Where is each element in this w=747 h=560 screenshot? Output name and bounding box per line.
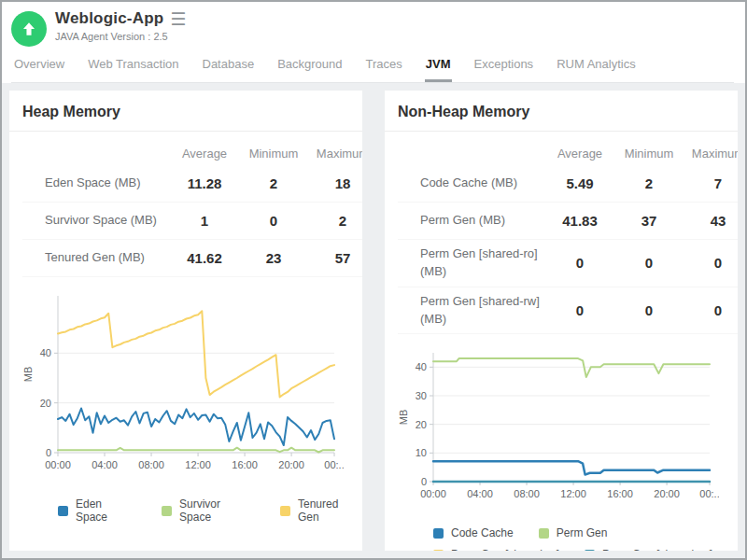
svg-text:0: 0 <box>421 476 427 487</box>
svg-text:20: 20 <box>416 419 427 430</box>
metric-value: 43 <box>684 213 738 229</box>
metric-value: 57 <box>308 250 362 266</box>
metric-label: Code Cache (MB) <box>398 169 545 198</box>
column-header: Minimum <box>239 147 308 161</box>
svg-text:16:00: 16:00 <box>232 459 258 470</box>
metric-value: 37 <box>614 213 684 229</box>
tab-web-transaction[interactable]: Web Transaction <box>87 55 179 82</box>
legend-item-perm-gen[interactable]: Perm Gen <box>539 526 608 539</box>
svg-text:04:00: 04:00 <box>92 459 118 470</box>
app-header: Weblogic-App ☰ JAVA Agent Version : 2.5 … <box>2 2 745 83</box>
tab-traces[interactable]: Traces <box>365 55 403 82</box>
legend-swatch-icon <box>433 550 444 551</box>
table-row: Perm Gen [shared-ro] (MB)000 <box>398 240 738 287</box>
svg-text:40: 40 <box>40 347 51 358</box>
legend-label: Eden Space <box>76 497 136 524</box>
svg-text:00:..: 00:.. <box>699 488 719 499</box>
svg-text:08:00: 08:00 <box>514 488 540 499</box>
legend-swatch-icon <box>539 528 549 539</box>
svg-text:00:..: 00:.. <box>324 459 344 470</box>
legend-swatch-icon <box>585 550 595 551</box>
svg-text:00:00: 00:00 <box>45 459 71 470</box>
tab-jvm[interactable]: JVM <box>425 55 452 82</box>
table-header-row: AverageMinimumMaximum <box>22 135 362 165</box>
legend-label: Tenured Gen <box>298 497 362 524</box>
svg-text:20:00: 20:00 <box>654 488 680 499</box>
non-heap-memory-chart[interactable]: 01020304000:0004:0008:0012:0016:0020:000… <box>398 345 719 506</box>
non-heap-memory-table: AverageMinimumMaximumCode Cache (MB)5.49… <box>398 135 738 334</box>
app-window: Weblogic-App ☰ JAVA Agent Version : 2.5 … <box>0 0 747 560</box>
metric-label: Perm Gen [shared-rw] (MB) <box>398 287 545 334</box>
non-heap-memory-chart-wrap: 01020304000:0004:0008:0012:0016:0020:000… <box>398 345 738 510</box>
tab-exceptions[interactable]: Exceptions <box>473 55 535 82</box>
non-heap-memory-legend: Code CachePerm GenPerm Gen [shared-ro]Pe… <box>433 526 738 551</box>
legend-swatch-icon <box>280 506 290 516</box>
svg-text:30: 30 <box>416 390 427 401</box>
legend-item-tenured-gen[interactable]: Tenured Gen <box>280 497 362 524</box>
tab-database[interactable]: Database <box>202 55 256 82</box>
svg-text:08:00: 08:00 <box>138 459 164 470</box>
page-title: Weblogic-App <box>55 9 163 28</box>
panel-title-heap: Heap Memory <box>9 102 362 132</box>
agent-version-label: JAVA Agent Version : 2.5 <box>55 31 186 42</box>
metric-value: 0 <box>614 255 684 271</box>
svg-text:0: 0 <box>46 447 51 458</box>
metric-value: 2 <box>239 175 308 191</box>
legend-label: Perm Gen [shared-rw] <box>602 548 712 551</box>
legend-row: Eden SpaceSurvivor SpaceTenured Gen <box>58 497 362 524</box>
metric-value: 41.83 <box>545 213 614 229</box>
table-row: Eden Space (MB)11.28218 <box>22 165 362 203</box>
svg-text:16:00: 16:00 <box>607 488 633 499</box>
table-row: Survivor Space (MB)102 <box>22 203 362 240</box>
series-survivor-space <box>58 448 334 453</box>
table-row: Code Cache (MB)5.4927 <box>398 165 738 203</box>
arrow-up-icon <box>21 21 37 37</box>
legend-item-eden-space[interactable]: Eden Space <box>58 497 136 524</box>
legend-label: Perm Gen <box>557 526 608 539</box>
table-header-row: AverageMinimumMaximum <box>398 135 738 165</box>
tab-rum-analytics[interactable]: RUM Analytics <box>556 55 637 82</box>
column-header: Average <box>170 147 239 161</box>
tab-background[interactable]: Background <box>276 55 343 82</box>
hamburger-menu-icon[interactable]: ☰ <box>170 10 186 28</box>
metric-value: 2 <box>614 175 684 191</box>
legend-item-perm-gen-shared-ro-[interactable]: Perm Gen [shared-ro] <box>433 548 559 551</box>
metric-value: 18 <box>308 175 362 191</box>
svg-text:12:00: 12:00 <box>560 488 586 499</box>
table-row: Tenured Gen (MB)41.622357 <box>22 240 362 277</box>
svg-text:12:00: 12:00 <box>185 459 211 470</box>
legend-label: Code Cache <box>451 526 514 539</box>
svg-text:00:00: 00:00 <box>420 488 446 499</box>
metric-value: 0 <box>545 255 614 271</box>
svg-text:MB: MB <box>22 367 34 383</box>
svg-text:20:00: 20:00 <box>278 459 304 470</box>
legend-item-survivor-space[interactable]: Survivor Space <box>162 497 255 524</box>
legend-swatch-icon <box>162 506 172 516</box>
svg-text:04:00: 04:00 <box>467 488 493 499</box>
heap-memory-chart-wrap: 0204000:0004:0008:0012:0016:0020:0000:..… <box>22 288 362 481</box>
legend-row: Code CachePerm Gen <box>433 526 738 539</box>
tab-bar: OverviewWeb TransactionDatabaseBackgroun… <box>11 55 734 83</box>
metric-label: Perm Gen [shared-ro] (MB) <box>398 240 545 287</box>
metric-value: 11.28 <box>170 175 239 191</box>
svg-text:10: 10 <box>416 448 427 459</box>
series-perm-gen <box>433 358 710 377</box>
panel-title-non-heap: Non-Heap Memory <box>385 102 738 132</box>
metric-value: 0 <box>545 302 614 318</box>
column-header: Average <box>545 147 614 161</box>
non-heap-memory-panel: Non-Heap Memory AverageMinimumMaximumCod… <box>385 91 738 551</box>
table-row: Perm Gen (MB)41.833743 <box>398 203 738 240</box>
metric-value: 23 <box>239 250 308 266</box>
legend-item-perm-gen-shared-rw-[interactable]: Perm Gen [shared-rw] <box>585 548 712 551</box>
legend-label: Perm Gen [shared-ro] <box>451 548 559 551</box>
heap-memory-chart[interactable]: 0204000:0004:0008:0012:0016:0020:0000:..… <box>22 288 344 477</box>
tab-overview[interactable]: Overview <box>13 55 65 82</box>
legend-item-code-cache[interactable]: Code Cache <box>433 526 514 539</box>
metric-label: Tenured Gen (MB) <box>22 244 170 273</box>
metric-value: 1 <box>170 213 239 229</box>
monitor-status-badge <box>11 11 47 47</box>
metric-label: Survivor Space (MB) <box>22 206 170 235</box>
dashboard-content: Heap Memory AverageMinimumMaximumEden Sp… <box>2 83 745 558</box>
metric-label: Eden Space (MB) <box>22 169 170 198</box>
heap-memory-table: AverageMinimumMaximumEden Space (MB)11.2… <box>22 135 362 277</box>
